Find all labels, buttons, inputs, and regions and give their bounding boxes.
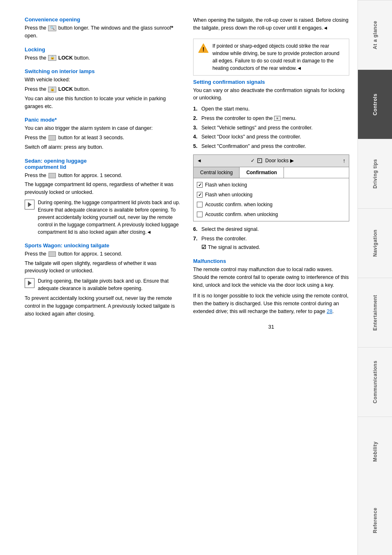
sidebar-tab-navigation[interactable]: Navigation — [358, 208, 392, 278]
interior-lamps-body: With vehicle locked: Press the 🔒 LOCK bu… — [25, 76, 181, 110]
warning-text: If pointed or sharp-edged objects could … — [212, 42, 345, 72]
malfunctions-body2: If it is no longer possible to lock the … — [193, 292, 349, 315]
tip-arrow-sports-icon — [25, 278, 35, 288]
sports-body1: Press the button for approx. 1 second. — [25, 250, 181, 258]
tip-arrow-icon — [25, 200, 35, 210]
option-flash-unlocking: Flash when unlocking — [197, 190, 346, 200]
malfunctions-body: The remote control may malfunction due t… — [193, 266, 349, 315]
sports-extra: To prevent accidentally locking yourself… — [25, 295, 181, 318]
sidebar-tab-reference[interactable]: Reference — [358, 486, 392, 555]
sedan-luggage-body: Press the button for approx. 1 second. T… — [25, 172, 181, 236]
steps-list: 1.Open the start menu. 2.Press the contr… — [193, 105, 349, 150]
malfunctions-title: Malfunctions — [193, 258, 349, 264]
page-container: Convenience opening Press the 🔍 button l… — [0, 0, 392, 555]
option-acoustic-locking-label: Acoustic confirm. when locking — [205, 201, 272, 208]
main-content: Convenience opening Press the 🔍 button l… — [0, 0, 357, 555]
checkbox-acoustic-unlocking — [197, 212, 203, 217]
sports-wagon-title: Sports Wagon: unlocking tailgate — [25, 242, 181, 249]
interior-lamps-line1: Press the 🔒 LOCK button. — [25, 85, 181, 93]
door-locks-tabs: Central locking Confirmation — [194, 167, 349, 178]
option-acoustic-unlocking-label: Acoustic confirm. when unlocking — [205, 211, 278, 218]
tab-confirmation[interactable]: Confirmation — [240, 167, 284, 178]
sidebar-tab-controls[interactable]: Controls — [358, 69, 392, 139]
two-col-layout: Convenience opening Press the 🔍 button l… — [25, 16, 349, 330]
steps-list-2: 6.Select the desired signal. 7. Press th… — [193, 226, 349, 251]
door-locks-title-text: Door locks ▶ — [257, 157, 294, 164]
sidebar-tab-at-a-glance[interactable]: At a glance — [358, 0, 392, 69]
sidebar-tab-mobility[interactable]: Mobility — [358, 417, 392, 486]
door-locks-options: Flash when locking Flash when unlocking … — [194, 178, 349, 221]
tab-central-locking[interactable]: Central locking — [194, 167, 240, 178]
panic-line1: Press the button for at least 3 seconds. — [25, 134, 181, 142]
locking-title: Locking — [25, 46, 181, 53]
nav-arrow-right: ▶ — [290, 157, 294, 164]
remote-search-icon: 🔍 — [48, 25, 56, 31]
section-panic-mode: Panic mode* You can also trigger the ala… — [25, 117, 181, 151]
section-convenience-opening: Convenience opening Press the 🔍 button l… — [25, 16, 181, 40]
sedan-tip-text: During opening, the luggage compartment … — [38, 199, 181, 236]
section-tailgate-intro: When opening the tailgate, the roll-up c… — [193, 16, 349, 32]
malfunctions-body1: The remote control may malfunction due t… — [193, 266, 349, 289]
door-locks-header-title: ✓ Door locks ▶ — [251, 157, 294, 164]
section-sedan-luggage: Sedan: opening luggagecompartment lid Pr… — [25, 158, 181, 236]
interior-lamps-title: Switching on interior lamps — [25, 68, 181, 74]
door-locks-corner-icon: ↑ — [343, 157, 346, 165]
interior-lamps-line2: You can also use this function to locate… — [25, 95, 181, 111]
lock-icon-2: 🔒 — [48, 87, 56, 92]
step-3: 3.Select "Vehicle settings" and press th… — [193, 124, 349, 132]
signal-checkmark: ☑ — [201, 244, 206, 251]
setting-confirmation-intro: You can vary or also deactivate the conf… — [193, 87, 349, 102]
sports-tip-text: During opening, the tailgate pivots back… — [38, 277, 181, 292]
option-flash-locking-label: Flash when locking — [205, 181, 247, 189]
door-locks-header: ◄ ✓ Door locks ▶ ↑ — [194, 155, 349, 167]
sidebar-tab-entertainment[interactable]: Entertainment — [358, 278, 392, 347]
sidebar-tab-driving-tips[interactable]: Driving tips — [358, 139, 392, 208]
setting-confirmation-body: You can vary or also deactivate the conf… — [193, 87, 349, 252]
step-2: 2.Press the controller to open the ≡ men… — [193, 115, 349, 122]
menu-icon: ≡ — [274, 116, 281, 121]
section-locking: Locking Press the 🔒 LOCK button. — [25, 46, 181, 62]
convenience-opening-body: Press the 🔍 button longer. The windows a… — [25, 24, 181, 40]
tailgate-intro-text: When opening the tailgate, the roll-up c… — [193, 16, 349, 32]
sports-body2: The tailgate will open slightly, regardl… — [25, 260, 181, 275]
step-6: 6.Select the desired signal. — [193, 226, 349, 233]
right-column: When opening the tailgate, the roll-up c… — [193, 16, 349, 330]
tip-arrow-inner — [28, 202, 32, 207]
checkbox-flash-unlocking — [197, 192, 203, 198]
section-malfunctions: Malfunctions The remote control may malf… — [193, 258, 349, 315]
sedan-luggage-title: Sedan: opening luggagecompartment lid — [25, 158, 181, 170]
step-7: 7. Press the controller. ☑ The signal is… — [193, 235, 349, 252]
sedan-tip-box: During opening, the luggage compartment … — [25, 199, 181, 236]
door-locks-header-left: ◄ — [197, 157, 202, 164]
panic-intro: You can also trigger the alarm system in… — [25, 124, 181, 132]
remote-btn-sports — [48, 251, 56, 257]
remote-btn-sedan — [48, 173, 56, 178]
checkbox-flash-locking — [197, 182, 203, 188]
interior-lamps-intro: With vehicle locked: — [25, 76, 181, 84]
step-1: 1.Open the start menu. — [193, 105, 349, 113]
warning-note-box: ! If pointed or sharp-edged objects coul… — [193, 39, 349, 76]
option-acoustic-locking: Acoustic confirm. when locking — [197, 200, 346, 210]
sedan-body1: Press the button for approx. 1 second. — [25, 172, 181, 180]
panic-mode-body: You can also trigger the alarm system in… — [25, 124, 181, 151]
convenience-opening-title: Convenience opening — [25, 16, 181, 23]
section-setting-confirmation: Setting confirmation signals You can var… — [193, 79, 349, 252]
locking-body: Press the 🔒 LOCK button. — [25, 54, 181, 62]
signal-active-indicator: ☑ The signal is activated. — [201, 244, 260, 251]
option-flash-unlocking-label: Flash when unlocking — [205, 191, 252, 198]
page-link-28[interactable]: 28 — [327, 309, 332, 314]
left-column: Convenience opening Press the 🔍 button l… — [25, 16, 181, 330]
step-5: 5.Select "Confirmation" and press the co… — [193, 143, 349, 150]
sidebar-tab-communications[interactable]: Communications — [358, 347, 392, 417]
option-flash-locking: Flash when locking — [197, 180, 346, 190]
panic-mode-title: Panic mode* — [25, 117, 181, 123]
back-arrow-warning: ◄ — [297, 65, 302, 71]
warning-triangle-icon: ! — [198, 42, 209, 54]
lock-icon: 🔒 — [48, 55, 56, 61]
option-acoustic-unlocking: Acoustic confirm. when unlocking — [197, 210, 346, 219]
sidebar: At a glance Controls Driving tips Naviga… — [357, 0, 392, 555]
section-sports-wagon: Sports Wagon: unlocking tailgate Press t… — [25, 242, 181, 318]
svg-rect-3 — [259, 160, 260, 161]
panic-line2: Switch off alarm: press any button. — [25, 143, 181, 151]
sedan-body2: The luggage compartment lid opens, regar… — [25, 181, 181, 196]
